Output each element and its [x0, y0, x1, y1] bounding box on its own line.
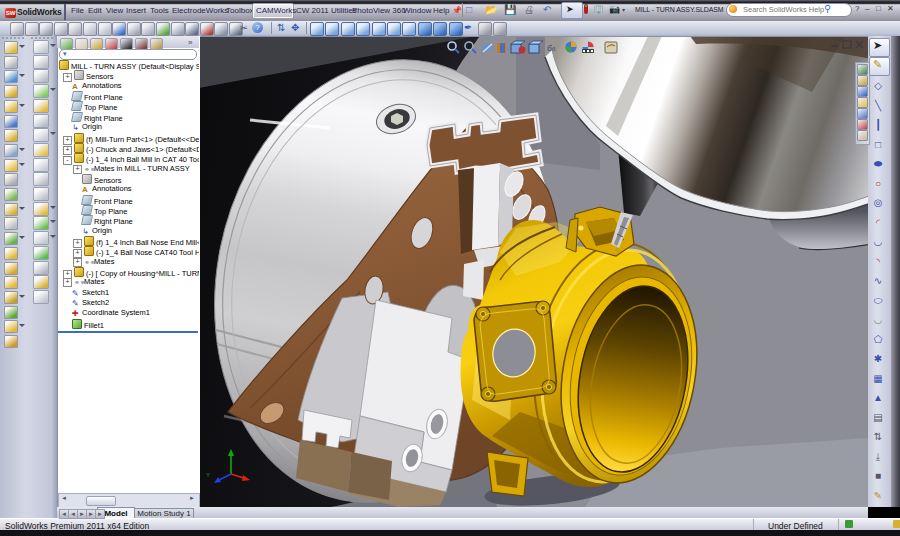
svg-text:Y: Y — [206, 472, 210, 478]
